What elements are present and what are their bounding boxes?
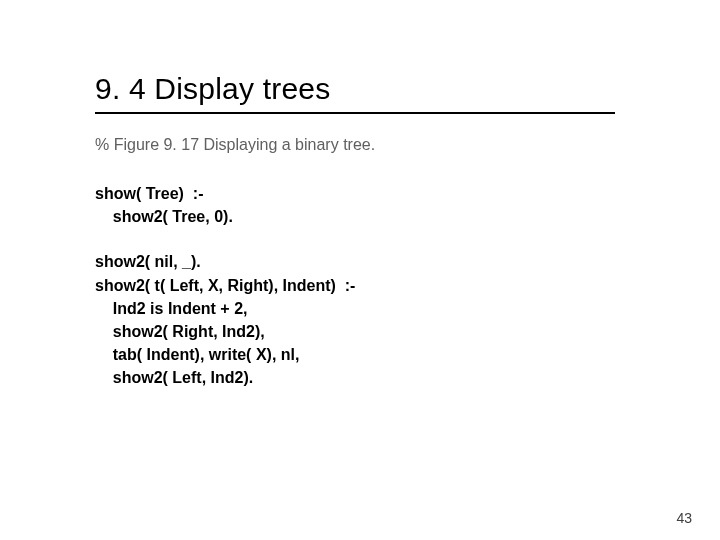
spacer [95,228,650,250]
page-number: 43 [676,510,692,526]
section-heading: 9. 4 Display trees [95,72,650,106]
code-block-show2: show2( nil, _). show2( t( Left, X, Right… [95,250,650,389]
code-block-show: show( Tree) :- show2( Tree, 0). [95,182,650,228]
title-underline [95,112,615,114]
figure-caption: % Figure 9. 17 Displaying a binary tree. [95,136,650,154]
slide: 9. 4 Display trees % Figure 9. 17 Displa… [0,0,720,540]
